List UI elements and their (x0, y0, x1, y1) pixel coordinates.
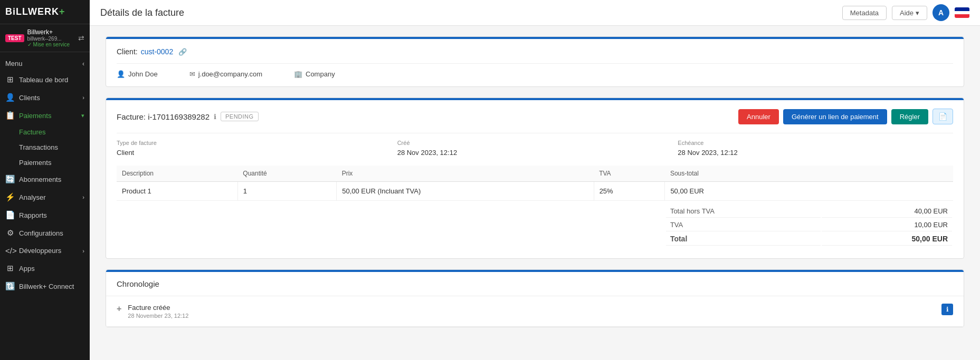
topbar-actions: Metadata Aide ▾ A (842, 4, 969, 21)
env-name: Billwerk+ (27, 28, 70, 36)
regler-button[interactable]: Régler (891, 109, 928, 124)
sidebar-item-configurations[interactable]: ⚙ Configurations (0, 224, 90, 242)
sidebar-item-label: Développeurs (19, 247, 61, 255)
invoice-header: Facture: i-1701169389282 ℹ PENDING Annul… (117, 109, 953, 124)
col-prix: Prix (337, 166, 594, 182)
col-description: Description (117, 166, 237, 182)
sidebar-item-label: Rapports (19, 211, 47, 219)
sidebar-item-clients[interactable]: 👤 Clients › (0, 89, 90, 106)
sidebar-logo: BiLLWERK+ (5, 6, 65, 17)
sidebar-item-label: Clients (19, 94, 40, 102)
client-company: 🏢 Company (294, 70, 335, 78)
chrono-item: + Facture créée 28 November 23, 12:12 ℹ (106, 296, 964, 327)
tva-label: TVA (666, 219, 821, 231)
sidebar-item-billwerk-connect[interactable]: 🔃 Billwerk+ Connect (0, 277, 90, 295)
client-card-body: Client: cust-0002 🔗 👤 John Doe ✉ j.doe@c… (106, 39, 964, 86)
invoice-card: Facture: i-1701169389282 ℹ PENDING Annul… (106, 98, 964, 259)
total-hors-tva-value: 40,00 EUR (822, 205, 952, 218)
generer-lien-button[interactable]: Générer un lien de paiement (783, 109, 887, 124)
sidebar-item-paiements[interactable]: 📋 Paiements ▾ (0, 106, 90, 124)
total-label: Total (666, 232, 821, 246)
invoice-title: Facture: i-1701169389282 (117, 112, 210, 121)
sidebar-sub-item-factures[interactable]: Factures (0, 124, 90, 140)
document-button[interactable]: 📄 (933, 109, 953, 124)
sidebar-item-label: Tableau de bord (19, 76, 68, 84)
chrono-content: Facture créée 28 November 23, 12:12 (128, 304, 935, 319)
apps-icon: ⊞ (5, 264, 15, 273)
chrono-info-icon[interactable]: ℹ (941, 304, 953, 315)
tva-value: 10,00 EUR (822, 219, 952, 231)
client-card: Client: cust-0002 🔗 👤 John Doe ✉ j.doe@c… (106, 36, 964, 87)
client-id-link[interactable]: cust-0002 (141, 47, 173, 56)
col-tva: TVA (594, 166, 665, 182)
sidebar-header: BiLLWERK+ (0, 0, 90, 24)
meta-cree-label: Créé (397, 140, 673, 146)
test-badge: TEST (5, 34, 24, 42)
mise-en-service-label: ✓ Mise en service (27, 42, 70, 47)
chrono-date: 28 November 23, 12:12 (128, 313, 935, 319)
building-icon: 🏢 (294, 70, 302, 78)
annuler-button[interactable]: Annuler (738, 109, 779, 124)
meta-type: Type de facture Client (117, 140, 392, 157)
email-icon: ✉ (189, 70, 195, 78)
language-flag[interactable] (955, 7, 969, 18)
user-icon: 👤 (5, 93, 15, 102)
sidebar-item-label: Billwerk+ Connect (19, 283, 74, 290)
cell-tva: 25% (594, 182, 665, 201)
sidebar-item-rapports[interactable]: 📄 Rapports (0, 206, 90, 224)
menu-label: Menu (5, 60, 23, 67)
meta-cree: Créé 28 Nov 2023, 12:12 (397, 140, 673, 157)
sub-item-label: Factures (19, 128, 46, 136)
aide-button[interactable]: Aide ▾ (892, 6, 927, 20)
env-switch-icon[interactable]: ⇄ (78, 34, 84, 42)
sidebar-item-apps[interactable]: ⊞ Apps (0, 259, 90, 277)
sidebar-sub-item-paiements[interactable]: Paiements (0, 155, 90, 170)
clipboard-icon: 📋 (5, 111, 15, 120)
sidebar-env: TEST Billwerk+ billwerk--269... ✓ Mise e… (0, 24, 90, 52)
report-icon: 📄 (5, 210, 15, 220)
person-icon: 👤 (117, 70, 125, 78)
gear-icon: ⚙ (5, 228, 15, 238)
grand-total-row: Total 50,00 EUR (666, 232, 952, 246)
sidebar-item-label: Paiements (19, 112, 51, 120)
invoice-actions: Annuler Générer un lien de paiement Régl… (738, 109, 953, 124)
sidebar-item-developpeurs[interactable]: </> Développeurs › (0, 242, 90, 259)
chevron-down-icon: ▾ (916, 9, 919, 17)
user-avatar[interactable]: A (933, 4, 949, 21)
topbar: Détails de la facture Metadata Aide ▾ A (90, 0, 980, 26)
chrono-expand-icon[interactable]: + (117, 304, 121, 314)
col-sous-total: Sous-total (665, 166, 953, 182)
refresh-icon: 🔄 (5, 174, 15, 184)
cell-description: Product 1 (117, 182, 237, 201)
chronologie-card: Chronologie + Facture créée 28 November … (106, 269, 964, 327)
client-email: ✉ j.doe@company.com (189, 70, 262, 78)
tva-row: TVA 10,00 EUR (666, 219, 952, 231)
chevron-right-icon: › (82, 194, 84, 200)
cell-price: 50,00 EUR (Incluant TVA) (337, 182, 594, 201)
client-details: 👤 John Doe ✉ j.doe@company.com 🏢 Company (117, 63, 953, 78)
meta-echeance-value: 28 Nov 2023, 12:12 (678, 149, 737, 157)
invoice-title-area: Facture: i-1701169389282 ℹ PENDING (117, 112, 259, 121)
metadata-button[interactable]: Metadata (842, 6, 887, 20)
external-link-icon[interactable]: 🔗 (178, 48, 187, 56)
sidebar-item-abonnements[interactable]: 🔄 Abonnements (0, 170, 90, 188)
sidebar-item-label: Analyser (19, 193, 46, 201)
col-quantite: Quantité (237, 166, 336, 182)
invoice-meta: Type de facture Client Créé 28 Nov 2023,… (117, 133, 953, 157)
sidebar-sub-item-transactions[interactable]: Transactions (0, 140, 90, 155)
meta-type-value: Client (117, 149, 134, 157)
sidebar-item-analyser[interactable]: ⚡ Analyser › (0, 188, 90, 206)
sidebar-item-label: Apps (19, 265, 35, 273)
env-sub: billwerk--269... ✓ Mise en service (27, 36, 70, 47)
total-value: 50,00 EUR (822, 232, 952, 246)
sidebar-item-label: Configurations (19, 229, 63, 237)
menu-collapse-icon[interactable]: ‹ (82, 60, 84, 67)
total-hors-tva-label: Total hors TVA (666, 205, 821, 218)
sidebar-item-tableau-de-bord[interactable]: ⊞ Tableau de bord (0, 71, 90, 89)
invoice-table: Description Quantité Prix TVA Sous-total… (117, 166, 953, 250)
info-icon[interactable]: ℹ (214, 113, 216, 121)
content-area: Client: cust-0002 🔗 👤 John Doe ✉ j.doe@c… (90, 26, 980, 360)
sidebar-menu-header: Menu ‹ (0, 52, 90, 71)
sub-item-label: Paiements (19, 159, 51, 167)
client-label: Client: (117, 47, 138, 56)
